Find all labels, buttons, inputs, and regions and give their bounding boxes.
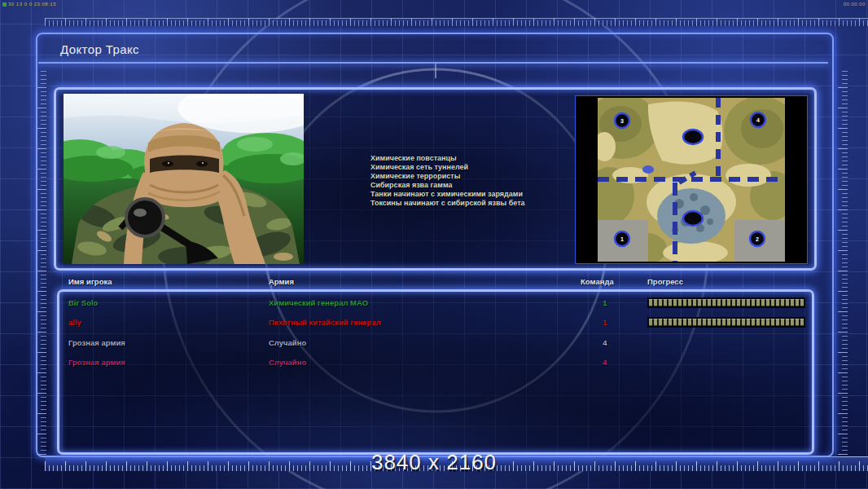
general-bonus-list: Химические повстанцы Химическая сеть тун… xyxy=(370,154,525,208)
svg-text:3: 3 xyxy=(620,118,624,124)
svg-text:4: 4 xyxy=(756,117,760,123)
player-team: 1 xyxy=(582,318,628,327)
svg-text:1: 1 xyxy=(620,236,624,242)
player-army: Случайно xyxy=(269,338,306,347)
player-army: Пехотный китайский генерал xyxy=(269,318,381,327)
page-title: Доктор Тракс xyxy=(60,42,139,56)
bonus-line: Химическая сеть туннелей xyxy=(370,163,525,172)
player-name: ally xyxy=(68,318,81,327)
column-header-army: Армия xyxy=(269,277,294,286)
debug-readout-right: 00:00:00 xyxy=(844,2,866,7)
player-name: Грозная армия xyxy=(68,358,125,367)
player-team: 1 xyxy=(582,298,628,307)
loading-screen: { "window": { "resolution_label": "3840 … xyxy=(0,0,868,489)
general-portrait xyxy=(64,94,304,264)
column-header-progress: Прогресс xyxy=(647,277,683,286)
player-name: Bir Solo xyxy=(68,298,98,307)
right-ruler xyxy=(835,70,848,455)
progress-bar-1 xyxy=(647,317,805,328)
bonus-line: Химические повстанцы xyxy=(370,154,525,163)
minimap: 1 2 3 4 xyxy=(575,95,808,264)
bonus-line: Сибирская язва гамма xyxy=(370,181,525,190)
progress-bar-0 xyxy=(647,297,805,308)
player-name: Грозная армия xyxy=(68,338,125,347)
player-team: 4 xyxy=(582,358,628,367)
player-team: 4 xyxy=(582,338,628,347)
minimap-terrain: 1 2 3 4 xyxy=(598,98,785,262)
debug-readout-left: 30 13 0 0 23:08:15 xyxy=(2,2,56,7)
player-army: Химический генерал МАО xyxy=(269,298,368,307)
bonus-line: Токсины начинают с сибирской язвы бета xyxy=(370,199,525,208)
column-header-player-name: Имя игрока xyxy=(68,277,112,286)
title-divider xyxy=(38,62,828,64)
resolution-label: 3840 x 2160 xyxy=(0,450,868,475)
top-ruler xyxy=(45,18,868,26)
bonus-line: Химические террористы xyxy=(370,172,525,181)
svg-text:2: 2 xyxy=(756,236,759,242)
column-header-team: Команда xyxy=(581,277,614,286)
bonus-line: Танки начинают с химическими зарядами xyxy=(370,190,525,199)
player-army: Случайно xyxy=(269,358,306,367)
player-table-panel xyxy=(57,289,814,455)
